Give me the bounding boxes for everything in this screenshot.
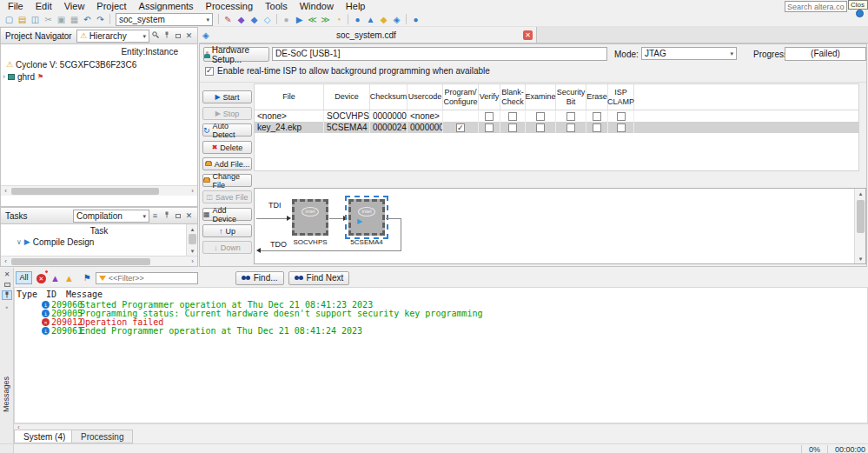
search-input[interactable] (785, 1, 847, 12)
programmer-tool-icon[interactable]: ◈ (390, 13, 403, 26)
menu-edit[interactable]: Edit (30, 0, 58, 12)
menu-view[interactable]: View (58, 0, 91, 12)
scroll-up-arrow[interactable]: ▴ (855, 189, 866, 198)
examine-checkbox[interactable] (536, 123, 545, 132)
tasks-vscrollbar[interactable]: ▴ ▾ (186, 224, 197, 256)
project-navigator-hscrollbar[interactable]: ‹ › (1, 185, 197, 196)
menu-tools[interactable]: Tools (259, 0, 294, 12)
filter-all-button[interactable]: All (16, 271, 32, 284)
menu-help[interactable]: Help (340, 0, 372, 12)
up-button[interactable]: ↑Up (202, 224, 252, 237)
paste-icon[interactable]: ▦ (68, 13, 81, 26)
menu-processing[interactable]: Processing (200, 0, 259, 12)
table-row-selected[interactable]: key_24.ekp 5CSEMA4 0000024E 00000000 (255, 122, 858, 133)
copy-icon[interactable]: ▣ (55, 13, 68, 26)
start-button[interactable]: ▶Start (202, 90, 252, 103)
netlist-viewer-icon[interactable]: ● (351, 13, 364, 26)
fitter-icon[interactable]: ◇ (261, 13, 274, 26)
scroll-down-arrow[interactable]: ▾ (187, 246, 198, 256)
down-button[interactable]: ↓Down (202, 241, 252, 254)
filter-input[interactable] (109, 274, 195, 283)
security-bit-checkbox[interactable] (567, 112, 575, 121)
erase-checkbox[interactable] (593, 112, 601, 121)
security-bit-checkbox[interactable] (567, 123, 575, 132)
examine-checkbox[interactable] (536, 112, 545, 121)
list-icon[interactable]: ≡ (149, 209, 161, 223)
collapse-icon[interactable]: ∨ (17, 238, 22, 246)
pin-icon[interactable] (161, 29, 172, 43)
save-icon[interactable]: ◫ (29, 13, 42, 26)
filter-warnings-button[interactable]: ▲ (64, 273, 74, 283)
scroll-up-arrow[interactable]: ▴ (187, 224, 198, 234)
search-icon[interactable] (149, 29, 161, 43)
redo-icon[interactable]: ↷ (94, 13, 107, 26)
find-next-button[interactable]: Find Next (288, 271, 350, 285)
add-device-button[interactable]: ▦Add Device (202, 208, 252, 221)
project-combo[interactable]: soc_system▾ (116, 13, 213, 26)
edit-pencil-icon[interactable]: ✎ (222, 13, 235, 26)
blank-check-checkbox[interactable] (508, 123, 517, 132)
tab-soc-system-cdf[interactable]: ◈ soc_system.cdf ✕ (199, 27, 537, 43)
scroll-down-arrow[interactable]: ▾ (855, 254, 866, 263)
erase-checkbox[interactable] (593, 123, 601, 132)
float-icon[interactable] (172, 29, 183, 43)
task-compile-design[interactable]: ∨ ▶ Compile Design (1, 236, 197, 248)
tab-system[interactable]: System (4) (14, 430, 75, 443)
tab-close-icon[interactable]: ✕ (523, 30, 533, 40)
pin-icon[interactable] (161, 209, 172, 223)
start-compilation-icon[interactable]: ▶ (293, 13, 306, 26)
scroll-left-arrow[interactable]: ‹ (1, 186, 10, 196)
scroll-left-arrow[interactable]: ‹ (1, 256, 10, 266)
filter-flags-button[interactable]: ⚑ (83, 273, 91, 283)
float-icon[interactable] (172, 209, 183, 223)
hardware-name-field[interactable]: DE-SoC [USB-1] (272, 47, 607, 61)
filter-critical-warnings-button[interactable]: ▲ (50, 273, 60, 283)
isp-clamp-checkbox[interactable] (617, 123, 626, 132)
analysis-synthesis-icon[interactable]: ◆ (248, 13, 261, 26)
blank-check-checkbox[interactable] (508, 112, 517, 121)
close-icon[interactable]: ✕ (183, 209, 195, 223)
printer-icon[interactable] (2, 280, 12, 290)
dock-icon[interactable]: ▪ (2, 303, 12, 312)
new-file-icon[interactable]: ▢ (3, 13, 16, 26)
flow-combo[interactable]: Compilation▾ (73, 210, 149, 223)
close-icon[interactable]: ✕ (183, 29, 195, 43)
messages-hscrollbar[interactable]: ‹ (14, 423, 868, 430)
verify-checkbox[interactable] (485, 123, 494, 132)
close-icon[interactable]: ✕ (2, 270, 12, 279)
menu-assignments[interactable]: Assignments (133, 0, 200, 12)
verify-checkbox[interactable] (485, 112, 494, 121)
pin-icon[interactable] (2, 290, 12, 300)
change-file-button[interactable]: Change File (202, 174, 252, 187)
open-project-icon[interactable]: ▤ (16, 13, 29, 26)
auto-detect-button[interactable]: ↻Auto Detect (202, 123, 252, 137)
chain-device-socvhps[interactable]: intel (292, 199, 328, 236)
undo-icon[interactable]: ↶ (81, 13, 94, 26)
tasks-hscrollbar[interactable]: ‹ › (1, 256, 197, 266)
filter-errors-button[interactable]: ✕ (36, 272, 46, 283)
isp-clamp-checkbox[interactable] (617, 112, 626, 121)
start-analysis-icon[interactable]: ≪ (306, 13, 319, 26)
scroll-right-arrow[interactable]: › (188, 186, 197, 196)
tab-processing[interactable]: Processing (71, 430, 133, 443)
timing-analyzer-icon[interactable]: ◔ (332, 13, 345, 26)
menu-file[interactable]: File (2, 0, 30, 12)
stop-button[interactable]: ▶Stop (202, 107, 252, 120)
compile-design-icon[interactable]: ◆ (235, 13, 248, 26)
add-file-button[interactable]: Add File... (202, 157, 252, 170)
cut-icon[interactable]: ✂ (42, 13, 55, 26)
menu-project[interactable]: Project (90, 0, 132, 12)
delete-button[interactable]: ✖Delete (202, 141, 252, 154)
hierarchy-combo[interactable]: ⚠ Hierarchy▾ (76, 30, 149, 43)
realtime-isp-checkbox[interactable] (205, 67, 214, 76)
chain-vscrollbar[interactable]: ▴ ▾ (854, 189, 865, 263)
assignment-editor-icon[interactable]: ◆ (377, 13, 390, 26)
chip-planner-icon[interactable]: ▲ (364, 13, 377, 26)
chain-device-5csema4[interactable]: intel ▶ (348, 199, 385, 236)
hardware-setup-button[interactable]: Hardware Setup... (203, 47, 269, 62)
scroll-right-arrow[interactable]: › (188, 256, 197, 266)
menu-window[interactable]: Window (294, 0, 340, 12)
save-file-button[interactable]: ◫Save File (202, 190, 252, 203)
tree-item-device[interactable]: ⚠ Cyclone V: 5CGXFC3B6F23C6 (1, 58, 197, 70)
expander-icon[interactable]: › (3, 72, 5, 81)
